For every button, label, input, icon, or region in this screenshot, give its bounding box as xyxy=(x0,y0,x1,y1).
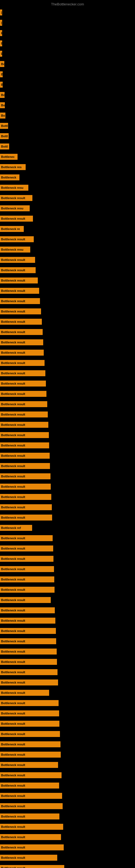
bar-label-68: Bottleneck result xyxy=(0,710,59,716)
bar-label-24: Bottleneck result xyxy=(0,257,35,263)
bar-row-15: Bottleneck res xyxy=(0,164,26,170)
bar-label-43: Bottleneck result xyxy=(0,453,50,459)
bar-row-34: Bottleneck result xyxy=(0,360,45,366)
bar-row-35: Bottleneck result xyxy=(0,370,45,376)
bar-label-46: Bottleneck result xyxy=(0,484,51,490)
bar-row-58: Bottleneck result xyxy=(0,607,55,613)
bar-label-0: | xyxy=(0,9,2,16)
bar-row-19: Bottleneck resu xyxy=(0,205,30,211)
bar-row-13: Bottl xyxy=(0,144,9,150)
bar-row-70: Bottleneck result xyxy=(0,731,60,737)
bar-label-57: Bottleneck result xyxy=(0,597,51,603)
bar-row-0: | xyxy=(0,9,2,16)
bar-label-61: Bottleneck result xyxy=(0,638,56,644)
bar-label-56: Bottleneck result xyxy=(0,587,54,593)
bar-row-8: Bo xyxy=(0,92,5,98)
bar-row-66: Bottleneck result xyxy=(0,690,49,696)
bar-label-55: Bottleneck result xyxy=(0,577,54,582)
bar-row-54: Bottleneck result xyxy=(0,566,54,572)
bar-label-3: B xyxy=(0,40,2,46)
bar-row-68: Bottleneck result xyxy=(0,710,59,716)
bar-label-82: Bottleneck result xyxy=(0,855,57,861)
bar-label-35: Bottleneck result xyxy=(0,370,45,376)
bar-row-45: Bottleneck result xyxy=(0,473,50,479)
bar-row-59: Bottleneck result xyxy=(0,618,55,624)
bar-label-1: | xyxy=(0,20,2,26)
bar-row-50: Bottleneck ref xyxy=(0,525,32,531)
bar-row-11: Bottl xyxy=(0,123,8,129)
bar-label-23: Bottleneck resu xyxy=(0,247,30,252)
bar-row-26: Bottleneck result xyxy=(0,278,38,283)
bar-row-72: Bottleneck result xyxy=(0,752,61,757)
bar-label-52: Bottleneck result xyxy=(0,546,53,552)
bar-label-45: Bottleneck result xyxy=(0,473,50,479)
bar-row-71: Bottleneck result xyxy=(0,741,60,747)
bar-row-10: Bo xyxy=(0,113,5,119)
bar-row-49: Bottleneck result xyxy=(0,515,52,521)
bar-label-83: Bottleneck result xyxy=(0,865,64,868)
bar-row-69: Bottleneck result xyxy=(0,721,59,727)
bar-label-39: Bottleneck result xyxy=(0,411,48,417)
bar-label-75: Bottleneck result xyxy=(0,782,59,788)
bar-row-78: Bottleneck result xyxy=(0,813,59,819)
bar-label-72: Bottleneck result xyxy=(0,752,61,757)
bar-label-42: Bottleneck result xyxy=(0,442,49,448)
bar-label-76: Bottleneck result xyxy=(0,793,62,799)
bar-label-53: Bottleneck result xyxy=(0,556,53,562)
bar-label-26: Bottleneck result xyxy=(0,278,38,283)
bar-row-23: Bottleneck resu xyxy=(0,247,30,252)
bar-label-48: Bottleneck result xyxy=(0,504,52,510)
bar-row-62: Bottleneck result xyxy=(0,649,57,654)
bar-row-79: Bottleneck result xyxy=(0,824,63,830)
bar-row-36: Bottleneck result xyxy=(0,380,46,386)
bar-row-9: Bo xyxy=(0,102,5,108)
bar-row-57: Bottleneck result xyxy=(0,597,51,603)
bar-label-9: Bo xyxy=(0,102,5,108)
bar-label-4: E xyxy=(0,51,2,57)
bar-label-64: Bottleneck result xyxy=(0,669,57,675)
bar-row-25: Bottleneck result xyxy=(0,267,36,273)
bar-label-29: Bottleneck result xyxy=(0,308,41,314)
bar-row-43: Bottleneck result xyxy=(0,453,50,459)
bar-label-49: Bottleneck result xyxy=(0,515,52,521)
bar-row-27: Bottleneck result xyxy=(0,288,39,294)
bar-label-34: Bottleneck result xyxy=(0,360,45,366)
bar-label-32: Bottleneck result xyxy=(0,339,43,345)
bar-label-15: Bottleneck res xyxy=(0,164,26,170)
bar-label-65: Bottleneck result xyxy=(0,680,58,685)
bar-row-1: | xyxy=(0,20,2,26)
bar-row-16: Bottleneck xyxy=(0,175,19,180)
bar-row-75: Bottleneck result xyxy=(0,782,59,788)
bar-row-60: Bottleneck result xyxy=(0,628,56,634)
bar-label-74: Bottleneck result xyxy=(0,772,61,778)
bar-row-33: Bottleneck result xyxy=(0,350,44,355)
bar-label-18: Bottleneck result xyxy=(0,195,32,201)
bar-row-42: Bottleneck result xyxy=(0,442,49,448)
bar-row-22: Bottleneck result xyxy=(0,236,34,242)
bar-row-24: Bottleneck result xyxy=(0,257,35,263)
bar-label-5: Bo xyxy=(0,61,4,67)
bar-row-4: E xyxy=(0,51,2,57)
bar-label-73: Bottleneck result xyxy=(0,762,58,768)
bar-row-53: Bottleneck result xyxy=(0,556,53,562)
bar-label-16: Bottleneck xyxy=(0,175,19,180)
bar-row-41: Bottleneck result xyxy=(0,432,49,438)
bar-row-5: Bo xyxy=(0,61,4,67)
bar-row-63: Bottleneck result xyxy=(0,659,57,665)
bar-label-40: Bottleneck result xyxy=(0,422,48,428)
bar-row-29: Bottleneck result xyxy=(0,308,41,314)
bar-label-62: Bottleneck result xyxy=(0,649,57,654)
bar-label-27: Bottleneck result xyxy=(0,288,39,294)
bar-label-2: E xyxy=(0,30,2,36)
bar-row-82: Bottleneck result xyxy=(0,855,57,861)
bar-row-31: Bottleneck result xyxy=(0,329,43,335)
bar-row-46: Bottleneck result xyxy=(0,484,51,490)
bar-label-19: Bottleneck resu xyxy=(0,205,30,211)
bar-label-78: Bottleneck result xyxy=(0,813,59,819)
bar-row-32: Bottleneck result xyxy=(0,339,43,345)
bar-label-79: Bottleneck result xyxy=(0,824,63,830)
bar-label-70: Bottleneck result xyxy=(0,731,60,737)
site-title: TheBottlenecker.com xyxy=(0,2,135,6)
bar-row-2: E xyxy=(0,30,2,36)
bar-row-40: Bottleneck result xyxy=(0,422,48,428)
